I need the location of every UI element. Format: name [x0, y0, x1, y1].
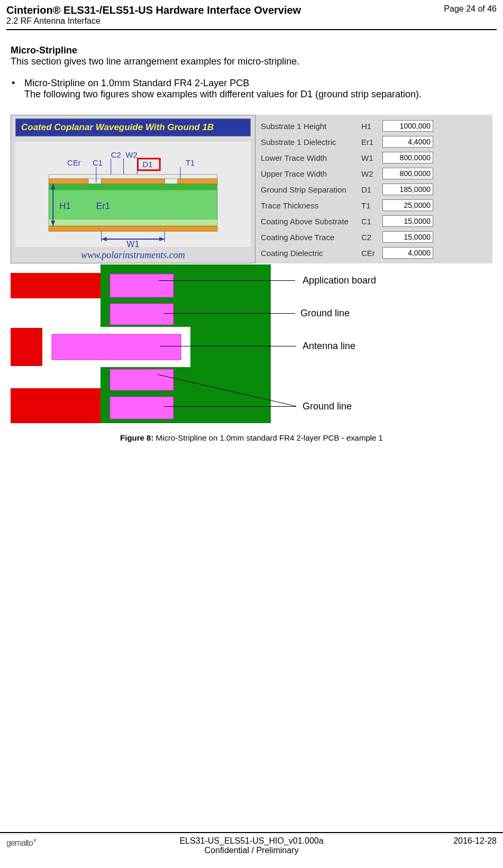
svg-rect-29	[52, 334, 181, 360]
params-panel: Substrate 1 HeightH1 Substrate 1 Dielect…	[255, 115, 492, 263]
waveguide-svg: CEr C1 C2 W2 D1 T1 H1 Er1	[15, 142, 251, 247]
callout-diag-line	[158, 374, 300, 408]
param-row: Coating Above SubstrateC1	[261, 213, 489, 229]
param-row: Substrate 1 HeightH1	[261, 118, 489, 134]
param-label: Substrate 1 Height	[261, 122, 361, 131]
param-sym: W2	[361, 169, 382, 178]
content-area: Micro-Stripline This section gives two l…	[0, 45, 503, 442]
waveguide-title: Coated Coplanar Waveguide With Ground 1B	[15, 118, 251, 136]
param-label: Lower Trace Width	[261, 153, 361, 162]
param-sym: W1	[361, 153, 382, 162]
svg-rect-23	[11, 273, 100, 298]
param-label: Ground Strip Separation	[261, 185, 361, 194]
param-sym: H1	[361, 122, 382, 131]
svg-point-40	[199, 409, 203, 414]
page-number: Page 24 of 46	[444, 4, 497, 26]
callout-ground-2: Ground line	[303, 401, 352, 412]
svg-rect-7	[49, 175, 217, 179]
label-w2: W2	[126, 150, 138, 159]
svg-rect-4	[49, 179, 88, 184]
param-input-d1[interactable]	[382, 184, 433, 195]
param-input-w1[interactable]	[382, 152, 433, 163]
bullet-text: Micro-Stripline on 1.0mm Standard FR4 2-…	[24, 78, 492, 100]
label-cer: CEr	[67, 158, 81, 167]
page-footer: gemalto× ELS31-US_ELS51-US_HIO_v01.000a …	[0, 832, 503, 868]
waveguide-drawing: CEr C1 C2 W2 D1 T1 H1 Er1	[15, 142, 251, 247]
callout-app-board: Application board	[303, 275, 376, 286]
param-row: Coating Above TraceC2	[261, 229, 489, 245]
param-sym: CEr	[361, 249, 382, 258]
footer-confidential: Confidential / Preliminary	[174, 846, 329, 855]
figure-block: Coated Coplanar Waveguide With Ground 1B	[11, 115, 492, 442]
svg-rect-1	[49, 184, 217, 190]
callout-antenna: Antenna line	[303, 341, 355, 352]
footer-date: 2016-12-28	[335, 833, 503, 868]
svg-rect-25	[11, 388, 100, 423]
bullet-body: The following two figures show examples …	[24, 89, 422, 99]
svg-point-33	[199, 292, 203, 296]
label-d1: D1	[142, 160, 152, 169]
figure-caption-text: Micro-Stripline on 1.0mm standard FR4 2-…	[153, 433, 383, 442]
micro-stripline-title: Micro-Stripline	[11, 45, 492, 56]
svg-rect-6	[178, 179, 217, 184]
svg-line-44	[158, 374, 296, 406]
svg-point-35	[199, 325, 203, 329]
header-rule	[6, 29, 497, 30]
param-label: Coating Above Trace	[261, 233, 361, 242]
callout-ground-1: Ground line	[300, 308, 350, 319]
param-input-c1[interactable]	[382, 215, 433, 227]
svg-marker-14	[159, 237, 164, 241]
param-input-c2[interactable]	[382, 231, 433, 243]
param-row: Coating DielectricCEr	[261, 245, 489, 261]
footer-center: ELS31-US_ELS51-US_HIO_v01.000a Confident…	[168, 833, 335, 868]
svg-rect-2	[49, 220, 217, 226]
param-input-h1[interactable]	[382, 120, 433, 132]
svg-point-37	[241, 359, 245, 363]
header-left: Cinterion® ELS31-/ELS51-US Hardware Inte…	[6, 4, 301, 26]
param-label: Trace Thickness	[261, 201, 361, 210]
label-c2: C2	[111, 150, 121, 159]
param-sym: C2	[361, 233, 382, 242]
param-row: Lower Trace WidthW1	[261, 150, 489, 166]
label-t1: T1	[186, 158, 195, 167]
doc-title: Cinterion® ELS31-/ELS51-US Hardware Inte…	[6, 4, 301, 16]
param-row: Substrate 1 DielectricEr1	[261, 134, 489, 150]
param-sym: T1	[361, 201, 382, 210]
bullet-marker: •	[12, 78, 15, 100]
param-label: Upper Trace Width	[261, 169, 361, 178]
param-label: Coating Above Substrate	[261, 217, 361, 226]
svg-point-36	[220, 342, 224, 346]
section-ref: 2.2 RF Antenna Interface	[6, 16, 301, 26]
svg-marker-13	[102, 237, 107, 241]
param-input-cer[interactable]	[382, 247, 433, 259]
param-sym: C1	[361, 217, 382, 226]
callout-line	[164, 313, 295, 314]
label-h1: H1	[59, 201, 71, 211]
param-row: Upper Trace WidthW2	[261, 166, 489, 181]
svg-point-34	[199, 309, 203, 313]
param-row: Trace ThicknessT1	[261, 197, 489, 213]
waveguide-panel: Coated Coplanar Waveguide With Ground 1B	[11, 115, 255, 263]
label-er1: Er1	[96, 201, 110, 211]
params-row: Coated Coplanar Waveguide With Ground 1B	[11, 115, 492, 263]
bullet-head: Micro-Stripline on 1.0mm Standard FR4 2-…	[24, 78, 249, 88]
callout-line	[160, 346, 296, 346]
figure-caption-prefix: Figure 8:	[120, 433, 153, 442]
pcb-crosssection-wrap: Application board Ground line Antenna li…	[11, 264, 502, 426]
param-label: Coating Dielectric	[261, 249, 361, 258]
param-input-w2[interactable]	[382, 168, 433, 179]
param-row: Ground Strip SeparationD1	[261, 181, 489, 197]
svg-point-41	[266, 284, 270, 288]
param-label: Substrate 1 Dielectric	[261, 138, 361, 147]
callout-line	[233, 280, 295, 281]
page-header: Cinterion® ELS31-/ELS51-US Hardware Inte…	[0, 0, 503, 27]
figure-caption: Figure 8: Micro-Stripline on 1.0mm stand…	[11, 433, 492, 442]
label-w1: W1	[127, 240, 140, 247]
param-sym: Er1	[361, 138, 382, 147]
waveguide-url: www.polarinstruments.com	[11, 250, 255, 261]
label-c1: C1	[93, 158, 103, 167]
svg-rect-5	[102, 179, 164, 184]
svg-rect-28	[110, 304, 173, 325]
param-input-er1[interactable]	[382, 136, 433, 148]
param-input-t1[interactable]	[382, 199, 433, 211]
